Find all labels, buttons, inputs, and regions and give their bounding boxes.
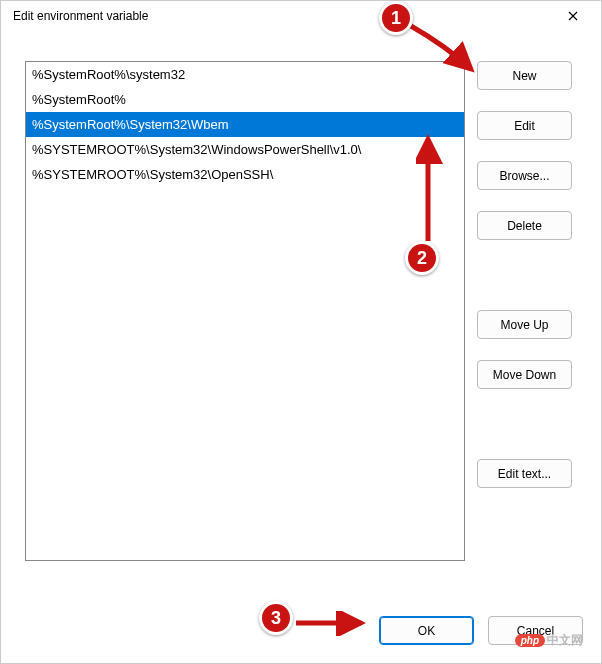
annotation-arrow-3 [291,611,371,636]
titlebar: Edit environment variable [1,1,601,31]
cancel-button[interactable]: Cancel [488,616,583,645]
dialog-window: Edit environment variable %SystemRoot%\s… [0,0,602,664]
delete-button[interactable]: Delete [477,211,572,240]
content-area: %SystemRoot%\system32 %SystemRoot% %Syst… [1,31,601,579]
new-button[interactable]: New [477,61,572,90]
close-button[interactable] [555,4,591,28]
annotation-arrow-2 [416,131,446,246]
browse-button[interactable]: Browse... [477,161,572,190]
close-icon [568,9,578,24]
list-item-selected[interactable]: %SystemRoot%\System32\Wbem [26,112,464,137]
list-item[interactable]: %SYSTEMROOT%\System32\OpenSSH\ [26,162,464,187]
list-item[interactable]: %SYSTEMROOT%\System32\WindowsPowerShell\… [26,137,464,162]
annotation-badge-2: 2 [405,241,439,275]
move-up-button[interactable]: Move Up [477,310,572,339]
list-item[interactable]: %SystemRoot% [26,87,464,112]
ok-button[interactable]: OK [379,616,474,645]
dialog-footer: OK Cancel [379,616,583,645]
annotation-badge-1: 1 [379,1,413,35]
list-item[interactable]: %SystemRoot%\system32 [26,62,464,87]
annotation-arrow-1 [406,21,486,81]
button-sidebar: New Edit Browse... Delete Move Up Move D… [477,61,572,561]
window-title: Edit environment variable [13,9,148,23]
edit-button[interactable]: Edit [477,111,572,140]
edit-text-button[interactable]: Edit text... [477,459,572,488]
move-down-button[interactable]: Move Down [477,360,572,389]
path-listbox[interactable]: %SystemRoot%\system32 %SystemRoot% %Syst… [25,61,465,561]
annotation-badge-3: 3 [259,601,293,635]
